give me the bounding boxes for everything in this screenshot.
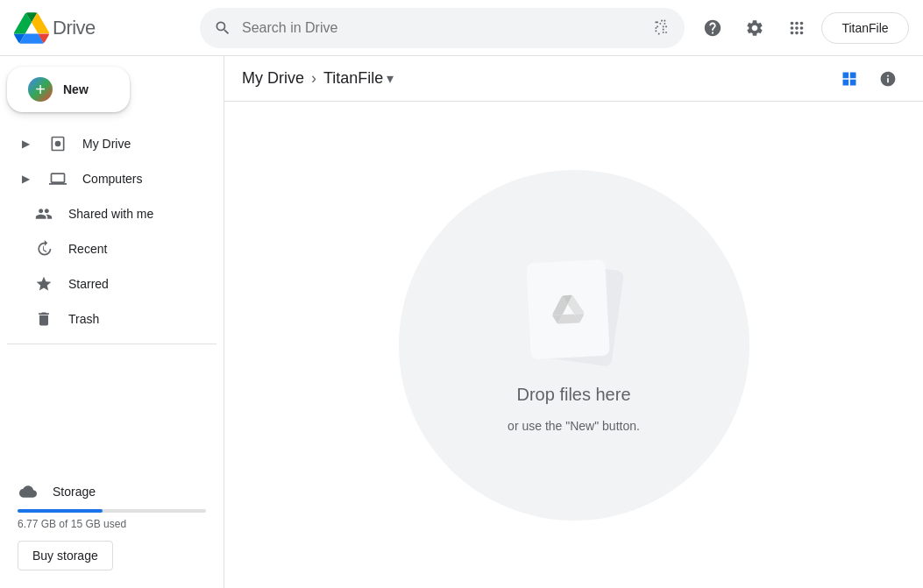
sidebar-item-my-drive[interactable]: ▶ My Drive xyxy=(7,126,217,161)
sidebar-item-trash[interactable]: Trash xyxy=(7,301,217,337)
breadcrumb-current[interactable]: TitanFile ▾ xyxy=(323,69,394,88)
drop-circle: Drop files here or use the "New" button. xyxy=(399,170,749,521)
help-icon xyxy=(703,18,722,38)
storage-label: Storage xyxy=(18,481,206,502)
starred-icon xyxy=(33,273,54,294)
storage-bar xyxy=(18,509,206,513)
storage-section: Storage 6.77 GB of 15 GB used Buy storag… xyxy=(7,474,217,577)
new-plus-icon: + xyxy=(28,77,53,102)
shared-icon xyxy=(33,203,54,224)
sidebar-item-label: My Drive xyxy=(82,137,131,151)
grid-view-icon xyxy=(841,70,858,88)
buy-storage-button[interactable]: Buy storage xyxy=(18,541,113,570)
drop-zone: Drop files here or use the "New" button. xyxy=(224,102,923,588)
sidebar-item-recent[interactable]: Recent xyxy=(7,231,217,266)
storage-bar-fill xyxy=(18,509,103,513)
main-layout: + New ▶ My Drive ▶ Computers xyxy=(0,56,923,588)
breadcrumb-bar: My Drive › TitanFile ▾ xyxy=(224,56,923,102)
storage-used-text: 6.77 GB of 15 GB used xyxy=(18,518,206,530)
chevron-icon: ▶ xyxy=(18,136,33,152)
drop-subtitle: or use the "New" button. xyxy=(508,419,640,433)
sidebar-divider xyxy=(7,344,217,344)
search-bar[interactable] xyxy=(200,8,685,48)
info-icon xyxy=(879,70,897,88)
chevron-icon: ▶ xyxy=(18,171,33,187)
sidebar-item-label: Recent xyxy=(68,242,107,256)
trash-icon xyxy=(33,308,54,329)
recent-icon xyxy=(33,238,54,259)
new-button[interactable]: + New xyxy=(7,67,130,112)
logo-text: Drive xyxy=(53,17,96,39)
breadcrumb-dropdown-icon: ▾ xyxy=(387,70,394,87)
my-drive-icon xyxy=(47,133,68,154)
new-button-label: New xyxy=(63,82,89,96)
sidebar-item-computers[interactable]: ▶ Computers xyxy=(7,161,217,196)
sidebar-item-label: Starred xyxy=(68,277,109,291)
file-card-front xyxy=(526,259,610,360)
svg-point-0 xyxy=(55,141,61,147)
sidebar-item-label: Trash xyxy=(68,312,99,326)
cloud-icon xyxy=(18,481,39,502)
search-input[interactable] xyxy=(242,20,643,36)
view-grid-button[interactable] xyxy=(832,61,867,96)
account-button[interactable]: TitanFile xyxy=(821,12,909,44)
sidebar: + New ▶ My Drive ▶ Computers xyxy=(0,56,224,588)
computers-icon xyxy=(47,168,68,189)
logo-area[interactable]: Drive xyxy=(14,11,189,46)
drop-title: Drop files here xyxy=(516,385,630,405)
content-area: My Drive › TitanFile ▾ xyxy=(224,56,923,588)
sidebar-item-starred[interactable]: Starred xyxy=(7,266,217,301)
grid-icon xyxy=(787,18,806,38)
sidebar-item-label: Computers xyxy=(82,172,142,186)
filter-icon[interactable] xyxy=(653,19,671,37)
drop-illustration xyxy=(522,257,627,371)
settings-button[interactable] xyxy=(737,11,772,46)
sidebar-item-label: Shared with me xyxy=(68,207,153,221)
info-button[interactable] xyxy=(870,61,905,96)
search-icon xyxy=(214,19,231,37)
breadcrumb-current-label: TitanFile xyxy=(323,69,383,88)
storage-title: Storage xyxy=(53,485,96,499)
help-button[interactable] xyxy=(695,11,730,46)
gear-icon xyxy=(745,18,764,38)
breadcrumb-separator: › xyxy=(311,69,316,88)
drive-logo-icon xyxy=(14,11,49,46)
breadcrumb-parent[interactable]: My Drive xyxy=(242,69,304,88)
apps-button[interactable] xyxy=(779,11,814,46)
header-actions: TitanFile xyxy=(695,11,909,46)
drive-logo-small-icon xyxy=(551,293,585,326)
breadcrumb-actions xyxy=(832,61,905,96)
header: Drive TitanFile xyxy=(0,0,923,56)
sidebar-item-shared-with-me[interactable]: Shared with me xyxy=(7,196,217,231)
